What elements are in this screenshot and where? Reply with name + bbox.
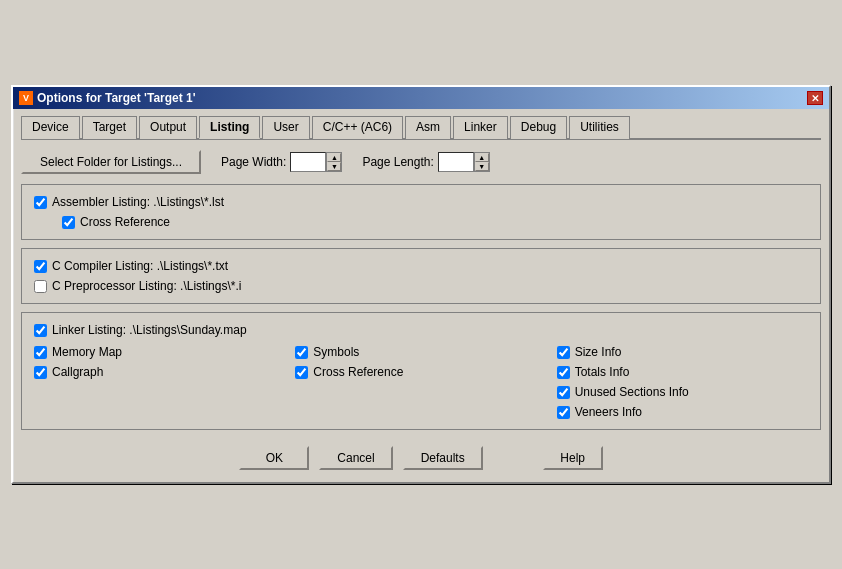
assembler-cross-ref-row: Cross Reference: [62, 215, 808, 229]
c-compiler-group: C Compiler Listing: .\Listings\*.txt C P…: [21, 248, 821, 304]
c-preprocessor-label: C Preprocessor Listing: .\Listings\*.i: [52, 279, 241, 293]
assembler-cross-ref-checkbox-label[interactable]: Cross Reference: [62, 215, 170, 229]
tab-bar: Device Target Output Listing User C/C++ …: [21, 115, 821, 140]
page-width-down[interactable]: ▼: [327, 162, 341, 171]
assembler-group: Assembler Listing: .\Listings\*.lst Cros…: [21, 184, 821, 240]
main-window: V Options for Target 'Target 1' ✕ Device…: [11, 85, 831, 484]
page-length-up[interactable]: ▲: [475, 153, 489, 162]
symbols-checkbox-label[interactable]: Symbols: [295, 345, 546, 359]
veneers-info-checkbox-label[interactable]: Veneers Info: [557, 405, 808, 419]
c-preprocessor-row: C Preprocessor Listing: .\Listings\*.i: [34, 279, 808, 293]
callgraph-checkbox[interactable]: [34, 366, 47, 379]
title-bar: V Options for Target 'Target 1' ✕: [13, 87, 829, 109]
totals-info-label: Totals Info: [575, 365, 630, 379]
defaults-button[interactable]: Defaults: [403, 446, 483, 470]
tab-listing[interactable]: Listing: [199, 116, 260, 139]
tab-cpp[interactable]: C/C++ (AC6): [312, 116, 403, 139]
unused-sections-checkbox-label[interactable]: Unused Sections Info: [557, 385, 808, 399]
help-button[interactable]: Help: [543, 446, 603, 470]
select-folder-button[interactable]: Select Folder for Listings...: [21, 150, 201, 174]
assembler-listing-label: Assembler Listing: .\Listings\*.lst: [52, 195, 224, 209]
cancel-button[interactable]: Cancel: [319, 446, 392, 470]
tab-debug[interactable]: Debug: [510, 116, 567, 139]
page-length-down[interactable]: ▼: [475, 162, 489, 171]
unused-sections-label: Unused Sections Info: [575, 385, 689, 399]
c-compiler-label: C Compiler Listing: .\Listings\*.txt: [52, 259, 228, 273]
title-bar-left: V Options for Target 'Target 1': [19, 91, 196, 105]
linker-cross-ref-label: Cross Reference: [313, 365, 403, 379]
veneers-info-checkbox[interactable]: [557, 406, 570, 419]
tab-target[interactable]: Target: [82, 116, 137, 139]
unused-sections-checkbox[interactable]: [557, 386, 570, 399]
linker-listing-label: Linker Listing: .\Listings\Sunday.map: [52, 323, 247, 337]
assembler-listing-checkbox[interactable]: [34, 196, 47, 209]
page-length-label: Page Length:: [362, 155, 433, 169]
linker-listing-checkbox[interactable]: [34, 324, 47, 337]
linker-group: Linker Listing: .\Listings\Sunday.map Me…: [21, 312, 821, 430]
linker-listing-checkbox-label[interactable]: Linker Listing: .\Listings\Sunday.map: [34, 323, 247, 337]
linker-options-grid: Memory Map Callgraph Symbols Cro: [34, 345, 808, 419]
symbols-checkbox[interactable]: [295, 346, 308, 359]
page-width-control: Page Width: 79 ▲ ▼: [221, 152, 342, 172]
size-info-checkbox-label[interactable]: Size Info: [557, 345, 808, 359]
callgraph-checkbox-label[interactable]: Callgraph: [34, 365, 285, 379]
page-width-label: Page Width:: [221, 155, 286, 169]
ok-button[interactable]: OK: [239, 446, 309, 470]
size-info-checkbox[interactable]: [557, 346, 570, 359]
totals-info-checkbox[interactable]: [557, 366, 570, 379]
window-content: Device Target Output Listing User C/C++ …: [13, 109, 829, 482]
tab-asm[interactable]: Asm: [405, 116, 451, 139]
c-compiler-checkbox[interactable]: [34, 260, 47, 273]
tab-utilities[interactable]: Utilities: [569, 116, 630, 139]
page-length-input[interactable]: 66: [438, 152, 474, 172]
assembler-cross-ref-checkbox[interactable]: [62, 216, 75, 229]
veneers-info-label: Veneers Info: [575, 405, 642, 419]
linker-cross-ref-checkbox[interactable]: [295, 366, 308, 379]
close-button[interactable]: ✕: [807, 91, 823, 105]
tab-user[interactable]: User: [262, 116, 309, 139]
c-preprocessor-checkbox[interactable]: [34, 280, 47, 293]
top-controls: Select Folder for Listings... Page Width…: [21, 150, 821, 174]
assembler-listing-checkbox-label[interactable]: Assembler Listing: .\Listings\*.lst: [34, 195, 224, 209]
callgraph-label: Callgraph: [52, 365, 103, 379]
linker-cross-ref-checkbox-label[interactable]: Cross Reference: [295, 365, 546, 379]
bottom-button-bar: OK Cancel Defaults Help: [21, 438, 821, 474]
page-length-control: Page Length: 66 ▲ ▼: [362, 152, 489, 172]
page-width-input[interactable]: 79: [290, 152, 326, 172]
page-length-arrows: ▲ ▼: [474, 152, 490, 172]
tab-output[interactable]: Output: [139, 116, 197, 139]
memory-map-label: Memory Map: [52, 345, 122, 359]
tab-device[interactable]: Device: [21, 116, 80, 139]
assembler-cross-ref-label: Cross Reference: [80, 215, 170, 229]
window-title: Options for Target 'Target 1': [37, 91, 196, 105]
linker-col-2: Symbols Cross Reference: [295, 345, 546, 419]
app-icon: V: [19, 91, 33, 105]
page-length-spinner: 66 ▲ ▼: [438, 152, 490, 172]
totals-info-checkbox-label[interactable]: Totals Info: [557, 365, 808, 379]
tab-linker[interactable]: Linker: [453, 116, 508, 139]
memory-map-checkbox-label[interactable]: Memory Map: [34, 345, 285, 359]
memory-map-checkbox[interactable]: [34, 346, 47, 359]
c-compiler-checkbox-label[interactable]: C Compiler Listing: .\Listings\*.txt: [34, 259, 228, 273]
page-width-spinner: 79 ▲ ▼: [290, 152, 342, 172]
linker-main-row: Linker Listing: .\Listings\Sunday.map: [34, 323, 808, 337]
symbols-label: Symbols: [313, 345, 359, 359]
size-info-label: Size Info: [575, 345, 622, 359]
c-preprocessor-checkbox-label[interactable]: C Preprocessor Listing: .\Listings\*.i: [34, 279, 241, 293]
assembler-main-row: Assembler Listing: .\Listings\*.lst: [34, 195, 808, 209]
linker-col-3: Size Info Totals Info Unused Sections In…: [557, 345, 808, 419]
linker-col-1: Memory Map Callgraph: [34, 345, 285, 419]
page-width-up[interactable]: ▲: [327, 153, 341, 162]
c-compiler-row: C Compiler Listing: .\Listings\*.txt: [34, 259, 808, 273]
page-width-arrows: ▲ ▼: [326, 152, 342, 172]
